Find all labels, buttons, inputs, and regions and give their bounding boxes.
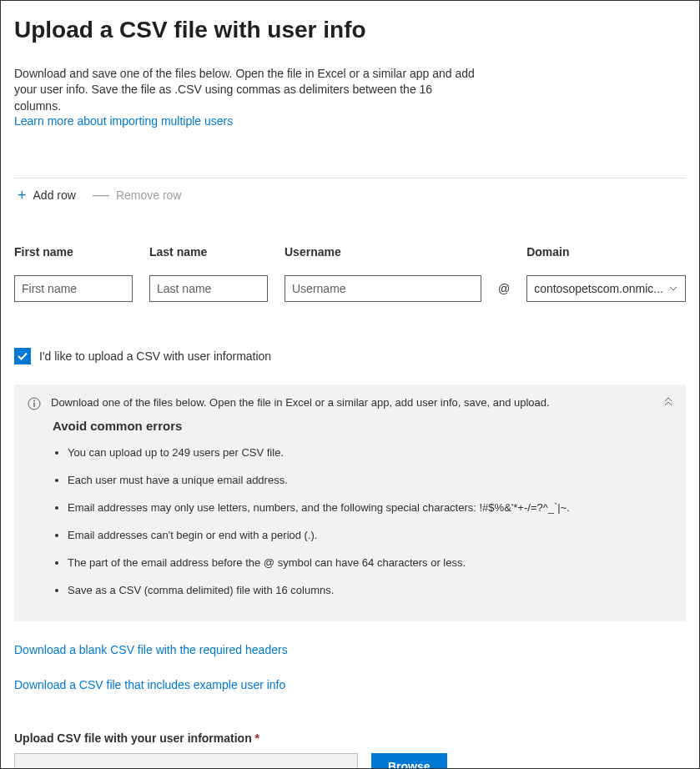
- last-name-input[interactable]: [149, 275, 268, 302]
- upload-csv-checkbox[interactable]: [14, 348, 31, 364]
- download-example-csv-link[interactable]: Download a CSV file that includes exampl…: [14, 678, 686, 691]
- download-blank-csv-link[interactable]: Download a blank CSV file with the requi…: [14, 643, 686, 656]
- collapse-icon[interactable]: [662, 396, 674, 408]
- add-row-button[interactable]: + Add row: [18, 188, 76, 203]
- info-item: The part of the email address before the…: [68, 550, 672, 577]
- upload-file-path-box: [14, 753, 358, 769]
- info-subtitle: Avoid common errors: [53, 419, 672, 433]
- svg-point-1: [33, 400, 35, 402]
- add-row-label: Add row: [33, 188, 76, 202]
- info-item: You can upload up to 249 users per CSV f…: [68, 440, 672, 467]
- browse-button[interactable]: Browse: [371, 753, 447, 769]
- at-symbol: @: [498, 275, 510, 302]
- upload-label: Upload CSV file with your user informati…: [14, 731, 259, 745]
- page-title: Upload a CSV file with user info: [14, 16, 686, 44]
- info-item: Each user must have a unique email addre…: [68, 467, 672, 495]
- domain-label: Domain: [526, 245, 686, 259]
- domain-value: contosopetscom.onmic...: [534, 282, 663, 295]
- first-name-label: First name: [14, 245, 133, 259]
- info-icon: [28, 397, 41, 410]
- info-list: You can upload up to 249 users per CSV f…: [53, 440, 672, 604]
- user-form-row: First name Last name Username @ Domain c…: [14, 245, 686, 302]
- required-asterisk: *: [255, 731, 259, 745]
- minus-icon: —: [93, 186, 109, 203]
- svg-rect-2: [33, 403, 34, 408]
- remove-row-label: Remove row: [116, 188, 182, 202]
- info-item: Email addresses can't begin or end with …: [68, 522, 672, 550]
- chevron-down-icon: [668, 284, 678, 294]
- last-name-label: Last name: [149, 245, 268, 259]
- info-header-text: Download one of the files below. Open th…: [51, 396, 550, 409]
- check-icon: [17, 350, 28, 362]
- plus-icon: +: [18, 188, 27, 203]
- first-name-input[interactable]: [14, 275, 133, 302]
- learn-more-link[interactable]: Learn more about importing multiple user…: [14, 114, 233, 128]
- domain-select[interactable]: contosopetscom.onmic...: [526, 275, 686, 302]
- info-item: Email addresses may only use letters, nu…: [68, 495, 672, 522]
- upload-csv-checkbox-label: I'd like to upload a CSV with user infor…: [39, 349, 271, 363]
- row-toolbar: + Add row — Remove row: [14, 178, 686, 212]
- intro-text: Download and save one of the files below…: [14, 66, 481, 115]
- username-input[interactable]: [285, 275, 481, 302]
- username-label: Username: [285, 245, 481, 259]
- info-panel: Download one of the files below. Open th…: [14, 384, 686, 621]
- info-item: Save as a CSV (comma delimited) file wit…: [68, 577, 672, 605]
- remove-row-button: — Remove row: [93, 187, 182, 204]
